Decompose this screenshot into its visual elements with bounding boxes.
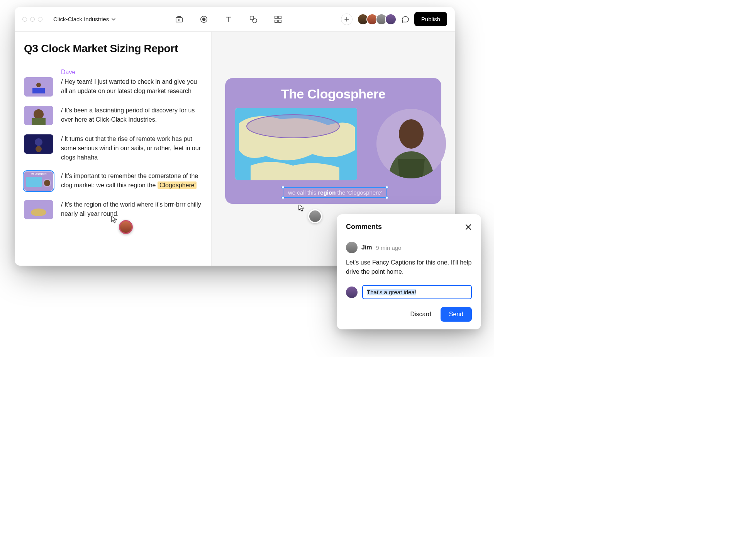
collaborator-cursor-avatar [119,220,133,234]
publish-button[interactable]: Publish [414,12,447,26]
scene-thumbnail[interactable] [24,106,53,125]
script-row: / Hey team! I just wanted to check in an… [24,77,202,97]
toolbar-center [175,15,282,24]
cursor-icon [298,204,306,212]
shapes-tool-icon[interactable] [249,15,258,24]
maximize-window-button[interactable] [38,17,42,22]
script-row: / It's been a fascinating period of disc… [24,106,202,125]
document-title: Q3 Clock Market Sizing Report [24,42,202,55]
add-collaborator-button[interactable] [341,14,353,25]
selection-handle[interactable] [281,196,285,199]
comment-time: 9 min ago [376,244,402,251]
toolbar-right: Publish [341,12,447,26]
minimize-window-button[interactable] [30,17,35,22]
comments-title: Comments [346,223,382,231]
chat-icon[interactable] [401,15,410,24]
selection-handle[interactable] [281,186,285,189]
scene-thumbnail[interactable] [24,200,53,219]
reply-author-avatar [346,287,358,298]
caption-selection[interactable]: we call this region the 'Clogosphere' [283,187,387,198]
scene-thumbnail[interactable] [24,77,53,97]
world-map[interactable] [235,108,357,180]
svg-rect-9 [278,20,281,22]
selection-handle[interactable] [385,186,388,189]
record-tool-icon[interactable] [200,15,208,24]
caption-text-bold: region [318,189,336,196]
scene-thumbnail-selected[interactable]: The Clogosphere [24,171,53,191]
svg-point-17 [35,138,42,146]
svg-rect-6 [275,16,277,18]
script-row: The Clogosphere / It's important to reme… [24,171,202,191]
project-name: Click-Clack Industries [53,16,109,22]
caption-text-post: the 'Clogosphere' [336,189,382,196]
highlighted-text: 'Clogosphere' [158,181,197,189]
svg-point-5 [253,19,257,23]
svg-rect-11 [32,88,45,93]
comment-body: Let's use Fancy Captions for this one. I… [346,258,472,276]
close-icon [465,224,472,231]
titlebar: Click-Clack Industries [15,7,455,32]
svg-point-12 [36,83,41,87]
chevron-down-icon [111,17,116,22]
plus-icon [344,17,349,22]
svg-marker-1 [178,19,180,21]
close-window-button[interactable] [22,17,27,22]
script-text[interactable]: / It's important to remember the corners… [61,171,202,190]
comment-author: Jim [361,244,372,251]
close-button[interactable] [465,224,472,231]
reply-input-value: That's a great idea! [367,289,416,295]
svg-point-3 [202,18,205,20]
svg-point-26 [247,115,339,138]
text-tool-icon[interactable] [224,15,233,24]
comments-popover: Comments Jim 9 min ago Let's use Fancy C… [337,214,481,329]
window-controls [22,17,42,22]
comments-header: Comments [346,223,472,231]
script-row: / It turns out that the rise of remote w… [24,134,202,162]
reply-row: That's a great idea! [346,285,472,299]
script-pane: Q3 Clock Market Sizing Report Dave / Hey… [15,32,212,266]
grid-tool-icon[interactable] [274,15,282,24]
svg-rect-15 [32,118,46,125]
collaborator-cursor-avatar [308,209,322,223]
discard-button[interactable]: Discard [408,308,433,321]
send-button[interactable]: Send [441,307,472,322]
slides-tool-icon[interactable] [175,15,183,24]
svg-point-22 [44,180,50,186]
avatar[interactable] [385,14,397,25]
svg-rect-7 [278,16,281,18]
slide-title[interactable]: The Clogosphere [235,86,431,102]
script-text[interactable]: / It's been a fascinating period of disc… [61,106,202,124]
selection-handle[interactable] [385,196,388,199]
project-switcher[interactable]: Click-Clack Industries [53,16,116,22]
svg-rect-8 [275,20,277,22]
script-row: / It's the region of the world where it'… [24,200,202,219]
svg-point-14 [34,109,44,119]
svg-point-18 [36,146,42,152]
presenter-video[interactable] [376,109,446,178]
scene-thumbnail[interactable] [24,134,53,154]
reply-input[interactable]: That's a great idea! [362,285,472,299]
svg-rect-20 [26,177,42,187]
svg-point-28 [399,119,424,149]
caption-text-pre: we call this [288,189,318,196]
script-text[interactable]: / It turns out that the rise of remote w… [61,134,202,162]
script-text[interactable]: / Hey team! I just wanted to check in an… [61,77,202,96]
comment-actions: Discard Send [346,307,472,322]
collaborator-avatars [357,14,397,25]
comment-author-avatar [346,242,358,253]
comment-meta: Jim 9 min ago [346,242,472,253]
svg-point-24 [31,209,46,216]
script-text[interactable]: / It's the region of the world where it'… [61,200,202,219]
slide-card[interactable]: The Clogosphere [225,78,441,204]
author-name[interactable]: Dave [61,69,202,76]
